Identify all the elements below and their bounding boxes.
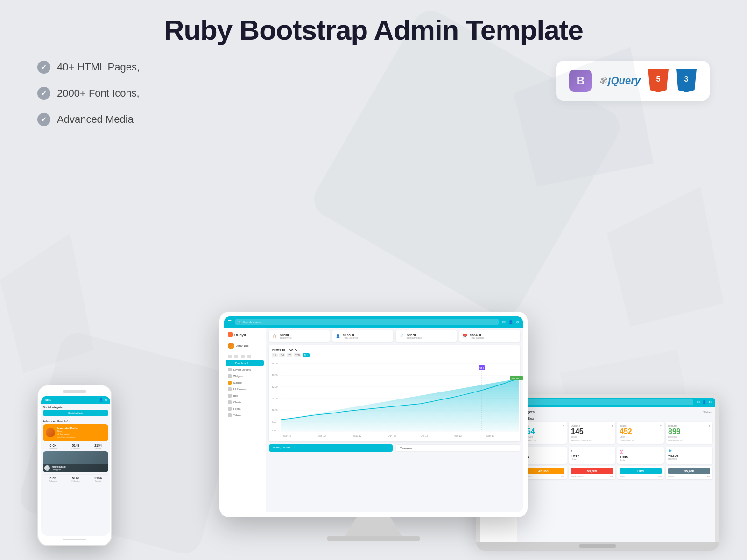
widget-features-sub: Projects [668, 435, 710, 438]
chart-tab-1m[interactable]: 1M [272, 353, 278, 357]
svg-text:8.00: 8.00 [272, 420, 276, 423]
html5-badge: 5 [648, 69, 669, 92]
stats-row: 📋 $32300 Total Invest 👤 $1650 [269, 330, 520, 342]
sidebar-mailbox[interactable]: Mailbox [224, 379, 266, 386]
html5-badge-wrap: 5 [648, 69, 669, 92]
mailbox-icon [228, 381, 232, 385]
sidebar-layout[interactable]: Layout Options [224, 366, 266, 373]
sidebar-widgets[interactable]: Widgets [224, 373, 266, 379]
svg-text:34.2: 34.2 [479, 367, 484, 370]
messages-button: Messages [395, 444, 520, 452]
phone-social-widget-btn[interactable]: Social widgets [43, 410, 108, 416]
monitor-device: ☰ 🔍 Search in app... ✉👤⚙ [219, 312, 528, 541]
phone-outer: Ruby.. 👤 ⚙ Social widgets Social widgets… [37, 385, 112, 546]
widgets-bottom-grid: 45,965 New Users 845 59,785 Tod [520, 466, 712, 479]
laptop-bottom [476, 542, 719, 551]
svg-marker-1 [607, 187, 724, 327]
sidebar-box[interactable]: Box [224, 392, 266, 399]
svg-text:24.00: 24.00 [272, 397, 278, 400]
svg-text:Mar '12: Mar '12 [283, 434, 291, 437]
phone-image-card: Marko Khalil Designer [43, 451, 108, 472]
check-icon-1 [37, 61, 50, 74]
jquery-logo-wrap: ✾ jQuery [599, 75, 641, 87]
widget-features-value: 899 [668, 428, 710, 435]
dribbble-icon: ◎ [620, 449, 662, 454]
svg-text:0.00: 0.00 [272, 430, 276, 433]
sidebar-forms[interactable]: Forms [224, 406, 266, 412]
monitor-main-content: 📋 $32300 Total Invest 👤 $1650 [266, 328, 523, 512]
stat-icon-balance: 📅 [462, 333, 468, 339]
widget-overdue-title: Overdue▾ [571, 424, 613, 427]
tasks-trend-value: +85 [522, 455, 564, 459]
stat-icon-invest: 📋 [271, 333, 278, 339]
phone-img-text: Marko Khalil Designer [52, 465, 66, 471]
widget-issues-sub: Open [620, 435, 662, 438]
widget-income: 95,458 Income 158 [666, 466, 712, 479]
svg-text:May '12: May '12 [353, 434, 362, 437]
widget-fb: f +512 Likes [569, 447, 615, 464]
monitor-sidebar: RubyX Johan Doe [224, 328, 266, 512]
fb-value: +512 [571, 454, 613, 458]
chart-svg-wrap: 48.00 40.00 32.00 24.00 16.00 8.00 0.00 [272, 359, 517, 439]
phone-widget-row: Social widgets [43, 410, 108, 416]
feature-item-1: 40+ HTML Pages, [37, 61, 140, 74]
chart-tab-6m[interactable]: 6M [279, 353, 285, 357]
stat-icon-revenue: 📄 [398, 333, 405, 339]
phone-user-role: Nancy [57, 430, 78, 433]
monitor-base [327, 536, 420, 541]
phone-followers-lbl: Followers [43, 447, 63, 449]
chart-tab-all[interactable]: ALL [303, 353, 310, 357]
chart-title: Portfolio – AAPL [272, 348, 517, 351]
feature-text-2: 2000+ Font Icons, [57, 87, 140, 99]
svg-text:Jun '12: Jun '12 [388, 434, 396, 437]
stat-card-0: 📋 $32300 Total Invest [269, 330, 330, 342]
feature-item-3: Advanced Media [37, 113, 140, 126]
phone-user-email: info@harnainkazi.com [57, 436, 78, 438]
phone-frame: Ruby.. 👤 ⚙ Social widgets Social widgets… [37, 385, 112, 546]
monitor-sidebar-user: Johan Doe [224, 341, 266, 351]
pbs-following: 5148 Following [65, 476, 86, 482]
chart-tab-ytd[interactable]: YTD [294, 353, 301, 357]
phone-tweets-lbl: Tweets [88, 447, 108, 449]
monitor-topbar: ☰ 🔍 Search in app... ✉👤⚙ [224, 316, 523, 328]
css3-badge-wrap: 3 [676, 69, 697, 92]
widget-tasks-title: Tasks▾ [522, 424, 564, 427]
monitor-screen-outer: ☰ 🔍 Search in app... ✉👤⚙ [219, 312, 528, 517]
phone-bottom-stats: 6.6K Followers 5148 Following 2154 Tweet… [43, 474, 108, 482]
chat-icon-sm [241, 355, 245, 358]
chart-tab-1y[interactable]: 1Y [287, 353, 292, 357]
laptop-page-title: Widgets Widgets [520, 410, 712, 414]
invoices-bar: 59,785 [571, 468, 613, 474]
fb-icon: f [571, 449, 613, 453]
dribbble-label: Shots [620, 459, 662, 462]
widget-twitter: 🐦 +9258 Followers [666, 447, 712, 464]
sidebar-dashboard[interactable]: Dashboard [226, 360, 264, 366]
phone-topbar: Ruby.. 👤 ⚙ [41, 396, 110, 404]
phone-ui: Ruby.. 👤 ⚙ Social widgets Social widgets… [41, 396, 110, 536]
portfolio-chart: 48.00 40.00 32.00 24.00 16.00 8.00 0.00 [272, 359, 523, 438]
fb-label: Likes [571, 458, 613, 461]
sidebar-tables[interactable]: Tables [224, 412, 266, 419]
page-title: Ruby Bootstrap Admin Template [0, 0, 747, 46]
phone-user-card: Harmaini Potter Nancy @ harmainin info@h… [43, 424, 108, 441]
admin-ui-monitor: ☰ 🔍 Search in app... ✉👤⚙ [224, 316, 523, 512]
phone-user-role2: @ harmainin [57, 433, 78, 435]
phone-user-name: Harmaini Potter [57, 427, 78, 430]
widget-articles: +859 Article 845 [617, 466, 664, 479]
forms-icon [228, 407, 232, 411]
sidebar-ui-elements[interactable]: UI Elements [224, 386, 266, 392]
stat-icon-expense: 👤 [335, 333, 341, 339]
phone-notch [63, 390, 86, 393]
phone-followers: 6.6K Followers [43, 444, 63, 449]
monitor-search-bar: 🔍 Search in app... [235, 319, 499, 325]
css3-badge: 3 [676, 69, 697, 92]
twitter-value: +9258 [668, 454, 710, 458]
phone-following-val: 5148 [65, 444, 86, 447]
sidebar-charts[interactable]: Charts [224, 399, 266, 406]
stat-info-balance: $66400 Total Balance [470, 333, 484, 339]
phone-user-avatar [46, 428, 55, 437]
widget-features: Features▾ 899 Projects Implemented: 593 [666, 422, 712, 444]
widget-tasks-sub: Due Tasks [522, 435, 564, 438]
monitor-stand [345, 517, 402, 536]
feature-item-2: 2000+ Font Icons, [37, 87, 140, 100]
